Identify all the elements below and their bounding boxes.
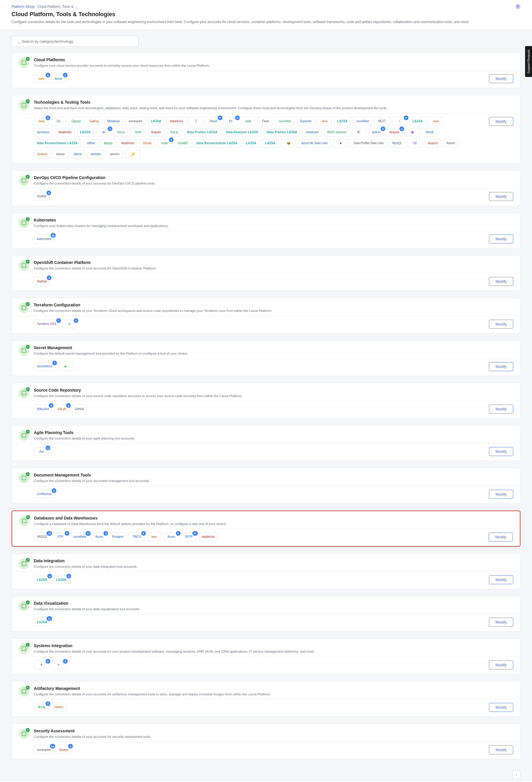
- tile-splunk[interactable]: splunk>: [107, 150, 123, 158]
- tile-report[interactable]: Report: [444, 139, 458, 148]
- tile-h2[interactable]: H2: [407, 139, 423, 148]
- tile-angular2[interactable]: Angular3: [386, 128, 402, 137]
- tile-terraform-cloud[interactable]: ⎈5: [62, 320, 77, 328]
- tile-talend[interactable]: talend: [70, 150, 85, 158]
- tile-databricks-1[interactable]: databricks: [167, 117, 186, 126]
- tile-ansible[interactable]: Ansible4: [34, 192, 50, 201]
- tile-snowflake[interactable]: snowflake17: [70, 533, 89, 541]
- tile-data-profiler3[interactable]: Data Profiler Data Labs: [350, 139, 387, 148]
- modify-button[interactable]: Modify: [489, 745, 513, 754]
- breadcrumb-root[interactable]: Platform Setup: [11, 5, 34, 9]
- tile-jfrog[interactable]: JFrog3: [34, 703, 49, 712]
- modify-button[interactable]: Modify: [489, 447, 513, 456]
- tile-go[interactable]: Go: [51, 117, 66, 126]
- modify-button[interactable]: Modify: [489, 117, 513, 126]
- tile-aws-s3[interactable]: aws: [147, 533, 162, 541]
- tile-kibana[interactable]: kibana: [53, 150, 68, 158]
- tile-restassured[interactable]: REST-assured: [324, 128, 349, 137]
- tile-java[interactable]: Java5: [34, 117, 49, 126]
- tile-node-3[interactable]: node2: [157, 139, 172, 148]
- tile-misc1[interactable]: •5: [392, 117, 407, 126]
- tile-tibco[interactable]: TIBCO5: [129, 533, 144, 541]
- tile-neo4j[interactable]: Neo4j: [422, 128, 437, 137]
- tile-react[interactable]: React5: [206, 117, 221, 126]
- tile-azure[interactable]: Azure2: [51, 74, 66, 83]
- tile-databricks4[interactable]: databricks: [118, 139, 138, 148]
- modify-button[interactable]: Modify: [489, 404, 513, 414]
- scroll-to-top-button[interactable]: ↑: [512, 771, 521, 779]
- tile-lazsa-3[interactable]: LAZSA: [409, 117, 426, 126]
- search-input[interactable]: [11, 36, 139, 47]
- tile-vue[interactable]: Vue.js: [113, 128, 128, 137]
- tile-next[interactable]: NEXT.: [375, 117, 390, 126]
- tile-data-recon2[interactable]: Data Reconciliation LAZSA: [193, 139, 241, 148]
- modify-button[interactable]: Modify: [489, 235, 513, 243]
- tile-azure-dl[interactable]: Azure ML Data Labs: [298, 139, 331, 148]
- tile-grafana[interactable]: Grafana: [34, 150, 50, 158]
- modify-button[interactable]: Modify: [489, 277, 513, 286]
- tile-drools[interactable]: Drools: [140, 139, 155, 148]
- tile-markdown[interactable]: M↓: [352, 128, 366, 137]
- tile-gatling[interactable]: Gatling: [86, 117, 102, 126]
- tile-vuejs2[interactable]: Vue.js: [167, 128, 182, 137]
- modify-button[interactable]: Modify: [489, 703, 513, 712]
- tile-si-2[interactable]: ●2: [51, 661, 66, 669]
- tile-data-analyzer[interactable]: Data Analyzer LAZSA: [223, 128, 261, 137]
- tile-di-lazsa1[interactable]: LAZSA4: [34, 575, 50, 584]
- tile-bitbucket[interactable]: Bitbucket4: [34, 404, 52, 413]
- tile-secret-store[interactable]: SecretStore1: [34, 362, 56, 371]
- tile-terraform-oss[interactable]: Terraform OSS7: [34, 320, 60, 328]
- tile-data-profiler2[interactable]: Data Profiler LAZSA: [264, 128, 300, 137]
- tile-sftp[interactable]: SFTP17: [181, 533, 197, 541]
- tile-metabase[interactable]: Metabase: [104, 117, 123, 126]
- modify-button[interactable]: Modify: [489, 618, 513, 627]
- tile-pentaho[interactable]: pentaho: [87, 150, 104, 158]
- tile-java2[interactable]: Java: [428, 117, 444, 126]
- tile-angular[interactable]: Angular: [148, 128, 164, 137]
- tile-ftp[interactable]: FTP5: [53, 533, 68, 541]
- tile-superset[interactable]: Superset: [296, 117, 315, 126]
- tile-confluence[interactable]: Confluence2: [34, 490, 55, 498]
- tile-k8s[interactable]: kubernetes30: [34, 235, 54, 243]
- tile-lazsa-7[interactable]: LAZSA: [262, 139, 279, 148]
- tile-aws[interactable]: aws5: [34, 74, 49, 83]
- tile-databricks-db[interactable]: databricks: [199, 533, 218, 541]
- tile-jira[interactable]: Jira3: [34, 447, 49, 456]
- tile-harbor[interactable]: Harbor: [51, 703, 66, 712]
- tile-mlflow-1[interactable]: mlflow: [83, 139, 98, 148]
- help-icon[interactable]: ?: [515, 4, 521, 9]
- tile-java-e[interactable]: Java: [317, 117, 332, 126]
- modify-button[interactable]: Modify: [489, 74, 513, 83]
- tile-lazsa-4[interactable]: LAZSA: [77, 128, 94, 137]
- tile-python2[interactable]: python5: [369, 128, 384, 137]
- tile-qualys[interactable]: Qualys3: [56, 745, 71, 754]
- tile-docker[interactable]: 🐳3: [96, 128, 111, 137]
- tile-data-recon[interactable]: Data Reconciliation LAZSA: [34, 139, 81, 148]
- tile-di-lazsa2[interactable]: LAZSA3: [53, 575, 70, 584]
- tile-mysql[interactable]: MySQL: [389, 139, 405, 148]
- tile-dv-lazsa[interactable]: LAZSA11: [34, 618, 50, 626]
- tile-apigw[interactable]: ▦: [405, 128, 420, 137]
- modify-button[interactable]: Modify: [489, 575, 513, 584]
- tile-dynatrace2[interactable]: dynatrace: [303, 128, 322, 137]
- tile-cucumber[interactable]: cucumber: [275, 117, 294, 126]
- tile-django-core[interactable]: Django: [68, 117, 84, 126]
- tile-vault[interactable]: ■: [58, 362, 73, 371]
- tile-node-1[interactable]: node: [241, 117, 256, 126]
- tile-lazsa-1[interactable]: LAZSA: [148, 117, 165, 126]
- tile-github[interactable]: GitHub: [72, 404, 87, 413]
- tile-azure-dl2[interactable]: Azure4: [164, 533, 179, 541]
- tile-sigma[interactable]: Σ: [188, 117, 204, 126]
- tile-data-profiler1[interactable]: Data Profiler LAZSA: [184, 128, 221, 137]
- tile-openshift-tile[interactable]: RedHat3: [34, 277, 50, 286]
- tile-snowflake-1[interactable]: snowflake: [353, 117, 372, 126]
- tile-postgres[interactable]: Postgres: [109, 533, 127, 541]
- tile-gemfire[interactable]: ■: [333, 139, 348, 148]
- tile-lazsa-2[interactable]: LAZSA: [334, 117, 351, 126]
- tile-databricks2[interactable]: databricks: [55, 128, 75, 137]
- tile-si-1[interactable]: ●2: [34, 661, 49, 669]
- modify-button[interactable]: Modify: [489, 661, 513, 669]
- tile-python[interactable]: Py5: [223, 117, 238, 126]
- tile-box[interactable]: 📦: [281, 139, 296, 148]
- tile-gitlab[interactable]: GitLab4: [54, 404, 69, 413]
